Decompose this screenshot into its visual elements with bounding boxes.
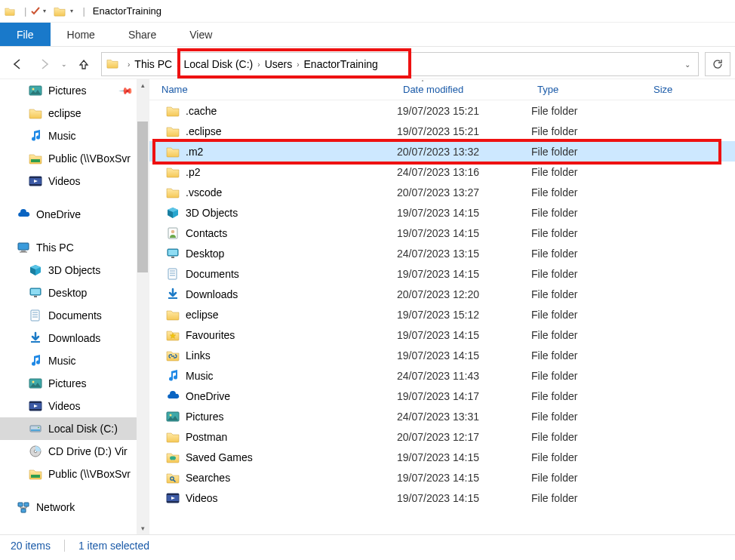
nav-item-pictures[interactable]: Pictures📌 — [0, 79, 149, 102]
nav-item-local-disk-c-[interactable]: Local Disk (C:) — [0, 417, 149, 440]
file-row[interactable]: Links19/07/2023 14:15File folder — [149, 345, 735, 365]
nav-item-cd-drive-d-vir[interactable]: CD Drive (D:) Vir — [0, 440, 149, 463]
forward-button[interactable] — [32, 53, 57, 75]
up-button[interactable] — [71, 53, 97, 75]
file-row[interactable]: Postman20/07/2023 12:17File folder — [149, 426, 735, 447]
file-date: 19/07/2023 14:15 — [397, 349, 531, 362]
file-row[interactable]: Pictures24/07/2023 13:31File folder — [149, 406, 735, 426]
nav-item-3d-objects[interactable]: 3D Objects — [0, 259, 149, 282]
recent-locations-dropdown[interactable]: ⌄ — [59, 53, 69, 75]
thispc-icon — [17, 241, 30, 254]
file-row[interactable]: .p224/07/2023 13:16File folder — [149, 162, 735, 182]
file-type: File folder — [531, 288, 647, 300]
breadcrumb-root[interactable]: This PC — [134, 58, 172, 70]
nav-item-documents[interactable]: Documents — [0, 304, 149, 327]
file-type: File folder — [531, 390, 647, 402]
file-row[interactable]: Saved Games19/07/2023 14:15File folder — [149, 447, 735, 467]
documents-icon — [166, 267, 180, 281]
file-type: File folder — [531, 125, 647, 137]
title-folder-icon — [52, 5, 67, 17]
chevron-right-icon[interactable]: › — [257, 60, 260, 69]
file-date: 19/07/2023 15:12 — [397, 309, 531, 321]
file-row[interactable]: Contacts19/07/2023 14:15File folder — [149, 223, 735, 243]
file-row[interactable]: .m220/07/2023 13:32File folder — [149, 141, 735, 162]
nav-item-desktop[interactable]: Desktop — [0, 282, 149, 304]
nav-item-music[interactable]: Music — [0, 125, 149, 147]
navpane-scrollbar[interactable]: ▴ ▾ — [137, 79, 149, 534]
nav-item-eclipse[interactable]: eclipse — [0, 102, 149, 125]
file-row[interactable]: Favourites19/07/2023 14:15File folder — [149, 325, 735, 345]
nav-item-public-vboxsvr[interactable]: Public (\\VBoxSvr — [0, 463, 149, 485]
file-date: 24/07/2023 11:43 — [397, 370, 531, 382]
file-row[interactable]: Downloads20/07/2023 12:20File folder — [149, 284, 735, 304]
nav-item-label: Documents — [48, 309, 102, 322]
file-date: 20/07/2023 12:20 — [397, 288, 531, 300]
column-header-type[interactable]: Type — [531, 79, 647, 100]
refresh-button[interactable] — [705, 52, 730, 76]
column-header-size[interactable]: Size — [647, 79, 708, 100]
chevron-right-icon[interactable]: › — [177, 60, 179, 69]
chevron-right-icon[interactable]: › — [297, 60, 299, 69]
pictures-icon — [29, 84, 42, 97]
scroll-up-icon[interactable]: ▴ — [137, 79, 149, 91]
nav-item-label: Videos — [48, 175, 81, 187]
window-title: EnactorTraining — [93, 5, 161, 17]
title-sep-2: | — [82, 5, 85, 17]
file-type: File folder — [531, 472, 647, 484]
breadcrumb-part-2[interactable]: EnactorTraining — [304, 58, 378, 70]
file-row[interactable]: .eclipse19/07/2023 15:21File folder — [149, 121, 735, 141]
music-icon — [29, 129, 42, 143]
column-header-name[interactable]: Name — [149, 79, 397, 100]
file-date: 20/07/2023 13:32 — [397, 146, 531, 158]
netfolder-icon — [29, 152, 42, 165]
nav-item-downloads[interactable]: Downloads — [0, 327, 149, 349]
nav-item-label: CD Drive (D:) Vir — [48, 445, 128, 457]
nav-item-pictures[interactable]: Pictures — [0, 372, 149, 395]
downloads-icon — [166, 288, 180, 301]
file-row[interactable]: eclipse19/07/2023 15:12File folder — [149, 304, 735, 325]
cddrive-icon — [29, 445, 42, 458]
file-name: Contacts — [186, 227, 227, 239]
file-type: File folder — [531, 431, 647, 443]
file-row[interactable]: .vscode20/07/2023 13:27File folder — [149, 182, 735, 202]
ribbon-tab-share[interactable]: Share — [112, 23, 173, 46]
nav-item-videos[interactable]: Videos — [0, 395, 149, 417]
file-row[interactable]: Searches19/07/2023 14:15File folder — [149, 467, 735, 488]
file-row[interactable]: 3D Objects19/07/2023 14:15File folder — [149, 202, 735, 223]
pin-icon: 📌 — [118, 83, 134, 99]
file-row[interactable]: .cache19/07/2023 15:21File folder — [149, 100, 735, 121]
column-header-date[interactable]: Date modified — [397, 79, 531, 100]
file-row[interactable]: OneDrive19/07/2023 14:17File folder — [149, 386, 735, 406]
status-bar: 20 items 1 item selected — [0, 534, 735, 555]
address-history-dropdown[interactable]: ⌄ — [680, 60, 695, 69]
file-row[interactable]: Videos19/07/2023 14:15File folder — [149, 488, 735, 508]
ribbon-tab-file[interactable]: File — [0, 23, 51, 46]
file-row[interactable]: Desktop24/07/2023 13:15File folder — [149, 243, 735, 263]
breadcrumb-part-1[interactable]: Users — [265, 58, 293, 70]
nav-item-onedrive[interactable]: OneDrive — [0, 203, 149, 226]
ribbon-tab-view[interactable]: View — [173, 23, 229, 46]
breadcrumb-part-0[interactable]: Local Disk (C:) — [183, 58, 253, 70]
nav-item-network[interactable]: Network — [0, 496, 149, 518]
file-type: File folder — [531, 146, 647, 158]
file-row[interactable]: Documents19/07/2023 14:15File folder — [149, 263, 735, 284]
nav-item-music[interactable]: Music — [0, 349, 149, 372]
nav-item-this-pc[interactable]: This PC — [0, 236, 149, 259]
scroll-thumb[interactable] — [137, 122, 148, 272]
qat-customize-icon[interactable]: ▾ — [70, 8, 78, 14]
scroll-down-icon[interactable]: ▾ — [137, 522, 149, 534]
chevron-right-icon[interactable]: › — [128, 60, 130, 69]
qat-dropdown-icon[interactable]: ▾ — [43, 8, 51, 14]
desktop-icon — [29, 286, 42, 300]
nav-item-label: 3D Objects — [48, 264, 100, 276]
file-row[interactable]: Music24/07/2023 11:43File folder — [149, 365, 735, 386]
address-bar[interactable]: › This PC › Local Disk (C:) › Users › En… — [101, 52, 699, 76]
qat-properties-icon[interactable] — [29, 5, 42, 17]
file-date: 19/07/2023 14:15 — [397, 268, 531, 280]
nav-item-videos[interactable]: Videos — [0, 170, 149, 192]
back-button[interactable] — [5, 53, 30, 75]
ribbon-tab-home[interactable]: Home — [51, 23, 112, 46]
file-type: File folder — [531, 248, 647, 260]
file-type: File folder — [531, 451, 647, 463]
nav-item-public-vboxsvr[interactable]: Public (\\VBoxSvr — [0, 147, 149, 170]
